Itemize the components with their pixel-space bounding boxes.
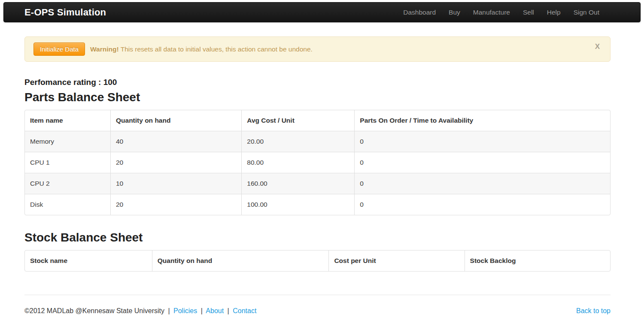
- col-header-cost-per-unit: Cost per Unit: [328, 251, 464, 271]
- nav-link-sign-out[interactable]: Sign Out: [567, 3, 606, 22]
- close-icon[interactable]: X: [595, 43, 600, 50]
- cell-quantity: 20: [110, 152, 241, 173]
- col-header-stock-name: Stock name: [25, 251, 152, 271]
- footer-link-about[interactable]: About: [206, 307, 224, 314]
- stock-header-row: Stock name Quantity on hand Cost per Uni…: [25, 251, 610, 271]
- warning-label: Warning!: [90, 45, 119, 53]
- footer-separator: |: [199, 307, 204, 314]
- cell-item-name: CPU 2: [25, 173, 110, 194]
- warning-message: Warning! This resets all data to initial…: [90, 45, 313, 53]
- nav-link-sell[interactable]: Sell: [516, 3, 541, 22]
- footer-link-policies[interactable]: Policies: [173, 307, 197, 314]
- initialize-data-button[interactable]: Initialize Data: [33, 42, 85, 56]
- col-header-stock-quantity: Quantity on hand: [152, 251, 329, 271]
- nav-link-manufacture[interactable]: Manufacture: [467, 3, 516, 22]
- col-header-avg-cost: Avg Cost / Unit: [241, 110, 354, 131]
- cell-item-name: CPU 1: [25, 152, 110, 173]
- footer-link-contact[interactable]: Contact: [233, 307, 256, 314]
- cell-avg-cost: 160.00: [241, 173, 354, 194]
- parts-header-row: Item name Quantity on hand Avg Cost / Un…: [25, 110, 610, 131]
- col-header-stock-backlog: Stock Backlog: [465, 251, 610, 271]
- cell-on-order: 0: [354, 173, 610, 194]
- cell-avg-cost: 20.00: [241, 131, 354, 152]
- table-row: Memory 40 20.00 0: [25, 131, 610, 152]
- top-navbar: E-OPS Simulation Dashboard Buy Manufactu…: [3, 2, 641, 22]
- parts-balance-table: Item name Quantity on hand Avg Cost / Un…: [24, 110, 611, 215]
- nav-link-buy[interactable]: Buy: [442, 3, 467, 22]
- cell-on-order: 0: [354, 152, 610, 173]
- copyright-text: ©2012 MADLab @Kennesaw State University: [24, 307, 164, 314]
- stock-balance-sheet-title: Stock Balance Sheet: [24, 231, 611, 244]
- parts-balance-sheet-title: Parts Balance Sheet: [24, 91, 611, 104]
- footer-separator: |: [166, 307, 171, 314]
- col-header-quantity: Quantity on hand: [110, 110, 241, 131]
- footer: ©2012 MADLab @Kennesaw State University …: [24, 295, 611, 319]
- table-row: Disk 20 100.00 0: [25, 194, 610, 215]
- nav-link-help[interactable]: Help: [541, 3, 567, 22]
- cell-avg-cost: 80.00: [241, 152, 354, 173]
- cell-on-order: 0: [354, 131, 610, 152]
- nav-link-dashboard[interactable]: Dashboard: [397, 3, 442, 22]
- cell-item-name: Disk: [25, 194, 110, 215]
- cell-on-order: 0: [354, 194, 610, 215]
- warning-text: This resets all data to initial values, …: [119, 45, 313, 53]
- col-header-item-name: Item name: [25, 110, 110, 131]
- initialize-warning-alert: Initialize Data Warning! This resets all…: [24, 36, 611, 62]
- stock-balance-table: Stock name Quantity on hand Cost per Uni…: [24, 250, 611, 272]
- table-row: CPU 1 20 80.00 0: [25, 152, 610, 173]
- cell-item-name: Memory: [25, 131, 110, 152]
- cell-avg-cost: 100.00: [241, 194, 354, 215]
- table-row: CPU 2 10 160.00 0: [25, 173, 610, 194]
- cell-quantity: 20: [110, 194, 241, 215]
- col-header-parts-on-order: Parts On Order / Time to Availability: [354, 110, 610, 131]
- footer-separator: |: [226, 307, 231, 314]
- app-brand[interactable]: E-OPS Simulation: [4, 7, 106, 18]
- footer-left: ©2012 MADLab @Kennesaw State University …: [24, 307, 256, 315]
- performance-rating: Perfomance rating : 100: [24, 78, 611, 87]
- cell-quantity: 40: [110, 131, 241, 152]
- nav-menu: Dashboard Buy Manufacture Sell Help Sign…: [397, 3, 640, 22]
- back-to-top-link[interactable]: Back to top: [576, 307, 611, 315]
- cell-quantity: 10: [110, 173, 241, 194]
